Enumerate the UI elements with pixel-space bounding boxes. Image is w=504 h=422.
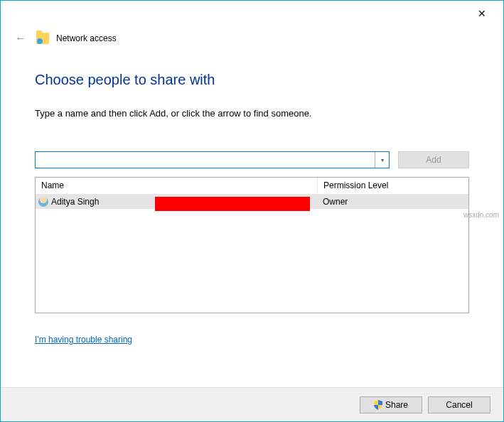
list-row[interactable]: Aditya Singh Owner: [36, 195, 468, 209]
row-name: Aditya Singh: [51, 197, 99, 207]
instruction-text: Type a name and then click Add, or click…: [35, 108, 469, 119]
user-combobox[interactable]: ▾: [35, 151, 390, 168]
add-user-row: ▾ Add: [35, 151, 469, 168]
redacted-area: [155, 197, 310, 211]
network-folder-icon: [36, 33, 49, 44]
watermark: wsxdn.com: [463, 211, 499, 219]
page-heading: Choose people to share with: [35, 72, 469, 88]
row-permission: Owner: [317, 197, 468, 207]
list-header: Name Permission Level: [36, 178, 468, 195]
close-button[interactable]: ✕: [466, 4, 498, 23]
column-name[interactable]: Name: [36, 178, 317, 194]
add-button[interactable]: Add: [398, 151, 469, 168]
share-button-label: Share: [385, 400, 408, 410]
window-title: Network access: [56, 33, 117, 43]
dropdown-arrow-icon[interactable]: ▾: [375, 152, 389, 168]
column-permission[interactable]: Permission Level: [317, 178, 468, 194]
user-input[interactable]: [36, 152, 375, 168]
cancel-button-label: Cancel: [446, 400, 472, 410]
trouble-sharing-link[interactable]: I'm having trouble sharing: [35, 335, 132, 345]
back-arrow-icon[interactable]: ←: [15, 32, 29, 45]
shield-icon: [374, 400, 382, 410]
share-button[interactable]: Share: [360, 396, 422, 413]
user-icon: [38, 197, 48, 207]
footer: Share Cancel: [1, 387, 503, 421]
row-name-cell: Aditya Singh: [36, 197, 317, 207]
header: ← Network access: [1, 23, 503, 45]
share-list: Name Permission Level Aditya Singh Owner: [35, 177, 469, 313]
close-icon: ✕: [478, 8, 486, 19]
cancel-button[interactable]: Cancel: [428, 396, 490, 413]
